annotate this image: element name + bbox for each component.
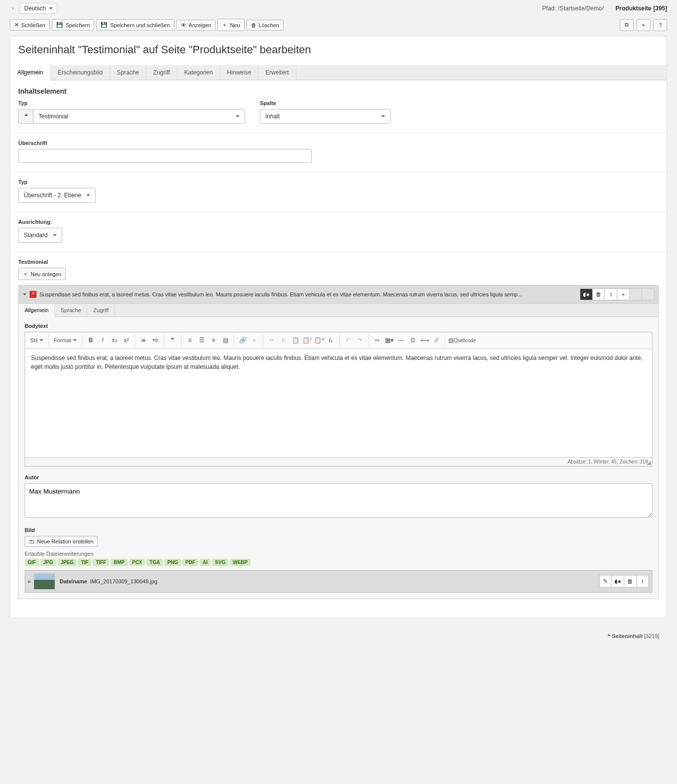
subscript-button[interactable]: x₂: [109, 335, 120, 346]
delete-button[interactable]: 🗑 Löschen: [247, 20, 284, 31]
align-left-button[interactable]: ≡: [184, 335, 195, 346]
specialchar-button[interactable]: Ω: [407, 335, 418, 346]
unlink-button[interactable]: ⤫: [249, 335, 260, 346]
add-testimonial-button[interactable]: ＋ Neu anlegen: [18, 268, 66, 280]
current-page-name[interactable]: Produktseite: [615, 5, 651, 12]
info-record-button[interactable]: i: [605, 288, 617, 300]
collapse-record-button[interactable]: [23, 291, 27, 298]
quote-icon: ❝: [607, 633, 610, 639]
path-label: Pfad:: [542, 5, 556, 12]
undo-button[interactable]: ↶: [343, 335, 354, 346]
quote-icon: ❝: [19, 109, 34, 123]
redo-button[interactable]: ↷: [355, 335, 365, 346]
ctype-select[interactable]: ❝ Testimonial: [18, 109, 245, 124]
file-ext-badge: SVG: [212, 559, 228, 566]
toggle-file-button[interactable]: ◖●: [611, 575, 624, 588]
language-select[interactable]: Deutsch: [20, 3, 57, 14]
edit-file-button[interactable]: ✎: [599, 575, 612, 588]
new-relation-button[interactable]: 🗀 Neue Relation erstellen: [25, 536, 98, 547]
colpos-select[interactable]: Inhalt: [260, 109, 391, 124]
hr-button[interactable]: —: [395, 335, 406, 346]
numbered-list-button[interactable]: ≡̇: [138, 335, 149, 346]
cut-button[interactable]: ✂: [266, 335, 277, 346]
alignment-select[interactable]: Standard: [18, 228, 62, 243]
collapse-nav-button[interactable]: ›: [10, 4, 16, 13]
rte-style-select[interactable]: Stil: [28, 335, 45, 346]
tab-categories[interactable]: Kategorien: [178, 65, 220, 80]
tab-appearance[interactable]: Erscheinungsbild: [51, 65, 110, 80]
allowed-ext-list: GIFJPGJPEGTIFTIFFBMPPCXTGAPNGPDFAISVGWEB…: [25, 559, 652, 566]
align-center-button[interactable]: ☰: [196, 335, 207, 346]
type-label: Typ: [18, 100, 245, 106]
save-button[interactable]: 💾 Speichern: [52, 19, 95, 31]
main-tabs: Allgemein Erscheinungsbild Sprache Zugri…: [10, 65, 667, 80]
rte-format-select[interactable]: Format: [52, 335, 79, 346]
record-preview[interactable]: Suspendisse sed finibus erat, a laoreet …: [39, 291, 580, 298]
file-ext-badge: PCX: [129, 559, 145, 566]
ctype-value: Testimonial: [34, 113, 231, 120]
copy-button[interactable]: ⎘: [278, 335, 289, 346]
new-button[interactable]: ＋ Neu: [217, 19, 244, 31]
save-close-button[interactable]: 💾 Speichern und schließen: [96, 19, 174, 31]
language-value: Deutsch: [24, 5, 46, 12]
current-page-id: [395]: [653, 5, 667, 12]
paste-button[interactable]: 📋: [290, 335, 301, 346]
file-ext-badge: JPEG: [58, 559, 77, 566]
chevron-down-icon: [231, 113, 245, 120]
add-record-button[interactable]: ＋: [617, 288, 630, 300]
expand-file-button[interactable]: ▸: [28, 578, 31, 585]
find-button[interactable]: ∾: [372, 335, 383, 346]
paste-word-button[interactable]: 📋ʷ: [314, 335, 324, 346]
source-button[interactable]: ▤ Quellcode: [448, 335, 476, 346]
superscript-button[interactable]: x²: [121, 335, 132, 346]
author-label: Autor: [25, 474, 652, 480]
maximize-button[interactable]: ⤢: [431, 335, 442, 346]
delete-file-button[interactable]: 🗑: [624, 575, 637, 588]
delete-record-button[interactable]: 🗑: [592, 288, 605, 300]
tab-extended[interactable]: Erweitert: [258, 65, 296, 80]
inner-tab-language[interactable]: Sprache: [55, 304, 87, 317]
file-ext-badge: TGA: [146, 559, 163, 566]
tab-language[interactable]: Sprache: [110, 65, 146, 80]
author-input[interactable]: [25, 483, 652, 518]
inline-record: ❝ Suspendisse sed finibus erat, a laoree…: [18, 285, 659, 599]
inner-tab-access[interactable]: Zugriff: [87, 304, 115, 317]
header-input[interactable]: [18, 149, 312, 163]
bodytext-label: Bodytext: [25, 323, 652, 329]
tab-access[interactable]: Zugriff: [146, 65, 178, 80]
open-new-window-button[interactable]: ⧉: [620, 19, 634, 31]
info-file-button[interactable]: i: [636, 575, 649, 588]
file-ext-badge: PDF: [182, 559, 198, 566]
close-button[interactable]: ✕ Schließen: [10, 19, 50, 31]
link-button[interactable]: 🔗: [237, 335, 248, 346]
tab-general[interactable]: Allgemein: [10, 65, 51, 80]
softhyphen-button[interactable]: ⟷: [419, 335, 430, 346]
toggle-visibility-button[interactable]: ◖●: [580, 288, 593, 300]
chevron-down-icon: [49, 5, 53, 12]
align-justify-button[interactable]: ▤: [220, 335, 231, 346]
footer-id: [3219]: [644, 633, 659, 639]
table-button[interactable]: ▦▾: [384, 335, 394, 346]
align-right-button[interactable]: ≡: [208, 335, 219, 346]
blockquote-button[interactable]: ❞: [167, 335, 178, 346]
rte-editor: Stil Format B I x₂ x²: [25, 332, 652, 466]
italic-button[interactable]: I: [97, 335, 108, 346]
help-button[interactable]: ?: [653, 19, 667, 31]
paste-text-button[interactable]: 📋ᵀ: [302, 335, 313, 346]
bullet-list-button[interactable]: •≡: [150, 335, 161, 346]
tab-notes[interactable]: Hinweise: [220, 65, 259, 80]
breadcrumb[interactable]: /Startseite/Demo/: [558, 5, 604, 12]
image-label: Bild: [25, 527, 652, 533]
bold-button[interactable]: B: [85, 335, 96, 346]
file-name[interactable]: DateinameIMG_20170309_130049.jpg: [60, 578, 157, 584]
header-type-label: Typ: [18, 179, 659, 185]
remove-format-button[interactable]: Iₓ: [325, 335, 336, 346]
inner-tab-general[interactable]: Allgemein: [19, 304, 55, 317]
header-type-select[interactable]: Überschrift - 2. Ebene: [18, 188, 96, 203]
view-button[interactable]: 👁 Anzeigen: [177, 20, 216, 31]
alignment-value: Standard: [24, 232, 48, 239]
chevron-down-icon: [53, 232, 57, 239]
rte-textarea[interactable]: Suspendisse sed finibus erat, a laoreet …: [25, 349, 652, 457]
header-label: Überschrift: [18, 140, 659, 146]
share-button[interactable]: ∝: [637, 19, 650, 31]
